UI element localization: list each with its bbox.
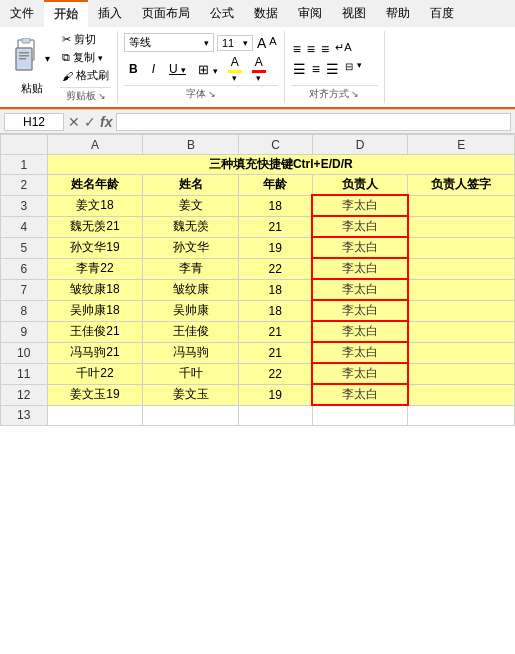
cell-13d[interactable] xyxy=(312,405,408,425)
tab-insert[interactable]: 插入 xyxy=(88,0,132,27)
cell-11e[interactable] xyxy=(408,363,515,384)
align-left-button[interactable]: ☰ xyxy=(291,60,308,78)
row-num-6[interactable]: 6 xyxy=(1,258,48,279)
cell-4d[interactable]: 李太白 xyxy=(312,216,408,237)
cell-12a[interactable]: 姜文玉19 xyxy=(47,384,143,405)
corner-cell[interactable] xyxy=(1,135,48,155)
col-header-a[interactable]: A xyxy=(47,135,143,155)
cell-12e[interactable] xyxy=(408,384,515,405)
increase-font-button[interactable]: A xyxy=(256,35,267,51)
tab-help[interactable]: 帮助 xyxy=(376,0,420,27)
row-num-5[interactable]: 5 xyxy=(1,237,48,258)
cell-8b[interactable]: 吴帅康 xyxy=(143,300,239,321)
align-center-button[interactable]: ≡ xyxy=(310,60,322,78)
align-bottom-button[interactable]: ≡ xyxy=(319,40,331,58)
row-num-11[interactable]: 11 xyxy=(1,363,48,384)
align-top-button[interactable]: ≡ xyxy=(291,40,303,58)
header-c[interactable]: 年龄 xyxy=(239,175,312,196)
cell-7d[interactable]: 李太白 xyxy=(312,279,408,300)
align-middle-button[interactable]: ≡ xyxy=(305,40,317,58)
alignment-expand-icon[interactable]: ↘ xyxy=(351,89,359,99)
highlight-color-arrow[interactable]: ▾ xyxy=(232,73,237,83)
row-num-12[interactable]: 12 xyxy=(1,384,48,405)
cell-reference-input[interactable] xyxy=(4,113,64,131)
italic-button[interactable]: I xyxy=(147,60,160,78)
cell-11b[interactable]: 千叶 xyxy=(143,363,239,384)
tab-view[interactable]: 视图 xyxy=(332,0,376,27)
header-d[interactable]: 负责人 xyxy=(312,175,408,196)
row-num-3[interactable]: 3 xyxy=(1,195,48,216)
cell-11c[interactable]: 22 xyxy=(239,363,312,384)
cell-3b[interactable]: 姜文 xyxy=(143,195,239,216)
col-header-c[interactable]: C xyxy=(239,135,312,155)
cell-5c[interactable]: 19 xyxy=(239,237,312,258)
cell-8c[interactable]: 18 xyxy=(239,300,312,321)
cell-10d[interactable]: 李太白 xyxy=(312,342,408,363)
decrease-font-button[interactable]: A xyxy=(268,35,277,51)
font-size-selector[interactable]: 11 ▾ xyxy=(217,35,253,51)
header-b[interactable]: 姓名 xyxy=(143,175,239,196)
row-num-8[interactable]: 8 xyxy=(1,300,48,321)
cell-3a[interactable]: 姜文18 xyxy=(47,195,143,216)
underline-arrow[interactable]: ▾ xyxy=(181,65,186,75)
row-num-13[interactable]: 13 xyxy=(1,405,48,425)
font-expand-icon[interactable]: ↘ xyxy=(208,89,216,99)
cell-6a[interactable]: 李青22 xyxy=(47,258,143,279)
format-painter-button[interactable]: 🖌 格式刷 xyxy=(60,67,111,84)
cut-button[interactable]: ✂ 剪切 xyxy=(60,31,111,48)
tab-home[interactable]: 开始 xyxy=(44,0,88,27)
border-button[interactable]: ⊞ ▾ xyxy=(195,61,221,78)
cell-13e[interactable] xyxy=(408,405,515,425)
cell-8a[interactable]: 吴帅康18 xyxy=(47,300,143,321)
insert-function-icon[interactable]: fx xyxy=(100,114,112,130)
tab-file[interactable]: 文件 xyxy=(0,0,44,27)
cell-10c[interactable]: 21 xyxy=(239,342,312,363)
copy-button[interactable]: ⧉ 复制 ▾ xyxy=(60,49,111,66)
header-a[interactable]: 姓名年龄 xyxy=(47,175,143,196)
bold-button[interactable]: B xyxy=(124,60,143,78)
clipboard-expand-icon[interactable]: ↘ xyxy=(98,91,106,101)
cell-9a[interactable]: 王佳俊21 xyxy=(47,321,143,342)
confirm-formula-icon[interactable]: ✓ xyxy=(84,114,96,130)
cell-4a[interactable]: 魏无羡21 xyxy=(47,216,143,237)
col-header-e[interactable]: E xyxy=(408,135,515,155)
cell-13c[interactable] xyxy=(239,405,312,425)
cell-4b[interactable]: 魏无羡 xyxy=(143,216,239,237)
row-num-7[interactable]: 7 xyxy=(1,279,48,300)
cell-11d[interactable]: 李太白 xyxy=(312,363,408,384)
row-num-1[interactable]: 1 xyxy=(1,155,48,175)
cell-3d[interactable]: 李太白 xyxy=(312,195,408,216)
cell-3c[interactable]: 18 xyxy=(239,195,312,216)
font-color-button[interactable]: A ▾ xyxy=(249,54,269,84)
font-color-arrow[interactable]: ▾ xyxy=(256,73,261,83)
font-name-selector[interactable]: 等线 ▾ xyxy=(124,33,214,52)
tab-formula[interactable]: 公式 xyxy=(200,0,244,27)
formula-input[interactable] xyxy=(116,113,511,131)
cell-3e[interactable] xyxy=(408,195,515,216)
cancel-formula-icon[interactable]: ✕ xyxy=(68,114,80,130)
align-right-button[interactable]: ☰ xyxy=(324,60,341,78)
cell-9e[interactable] xyxy=(408,321,515,342)
cell-7a[interactable]: 皱纹康18 xyxy=(47,279,143,300)
title-cell[interactable]: 三种填充快捷键Ctrl+E/D/R xyxy=(47,155,514,175)
cell-5d[interactable]: 李太白 xyxy=(312,237,408,258)
highlight-color-button[interactable]: A ▾ xyxy=(225,54,245,84)
cell-4e[interactable] xyxy=(408,216,515,237)
cell-7e[interactable] xyxy=(408,279,515,300)
cell-6e[interactable] xyxy=(408,258,515,279)
cell-10a[interactable]: 冯马驹21 xyxy=(47,342,143,363)
cell-5a[interactable]: 孙文华19 xyxy=(47,237,143,258)
cell-13b[interactable] xyxy=(143,405,239,425)
underline-button[interactable]: U ▾ xyxy=(164,60,191,78)
cell-6d[interactable]: 李太白 xyxy=(312,258,408,279)
copy-arrow[interactable]: ▾ xyxy=(98,53,103,63)
row-num-2[interactable]: 2 xyxy=(1,175,48,196)
cell-9c[interactable]: 21 xyxy=(239,321,312,342)
cell-8e[interactable] xyxy=(408,300,515,321)
cell-13a[interactable] xyxy=(47,405,143,425)
cell-9b[interactable]: 王佳俊 xyxy=(143,321,239,342)
tab-data[interactable]: 数据 xyxy=(244,0,288,27)
cell-9d[interactable]: 李太白 xyxy=(312,321,408,342)
paste-dropdown-arrow[interactable]: ▾ xyxy=(45,53,50,64)
cell-6b[interactable]: 李青 xyxy=(143,258,239,279)
